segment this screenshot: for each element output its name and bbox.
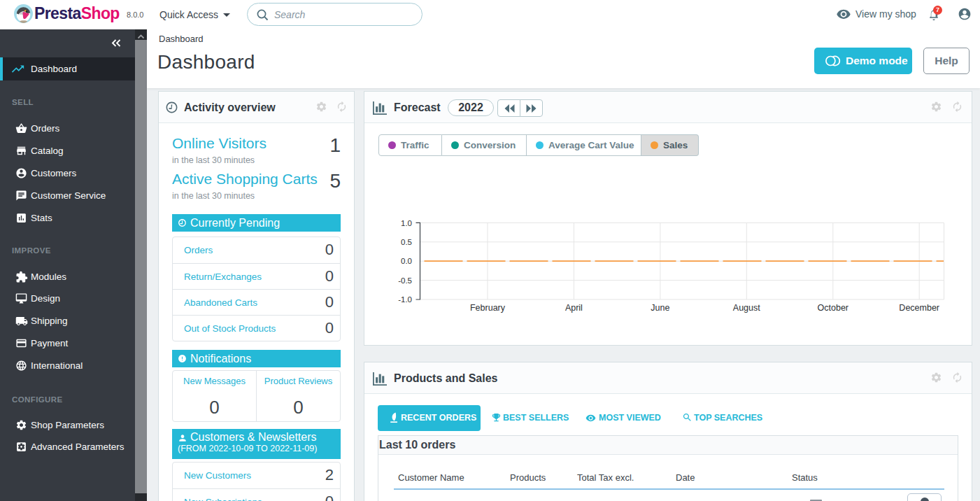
- svg-text:December: December: [899, 303, 939, 313]
- svg-text:0.5: 0.5: [401, 238, 412, 246]
- svg-text:-1.0: -1.0: [398, 295, 412, 304]
- svg-text:August: August: [733, 303, 760, 313]
- svg-text:April: April: [565, 303, 583, 313]
- svg-text:-0.5: -0.5: [398, 276, 412, 285]
- svg-text:1.0: 1.0: [401, 219, 412, 227]
- svg-text:June: June: [651, 303, 669, 313]
- svg-text:October: October: [818, 303, 848, 313]
- svg-text:0.0: 0.0: [401, 257, 412, 265]
- svg-text:February: February: [470, 303, 506, 313]
